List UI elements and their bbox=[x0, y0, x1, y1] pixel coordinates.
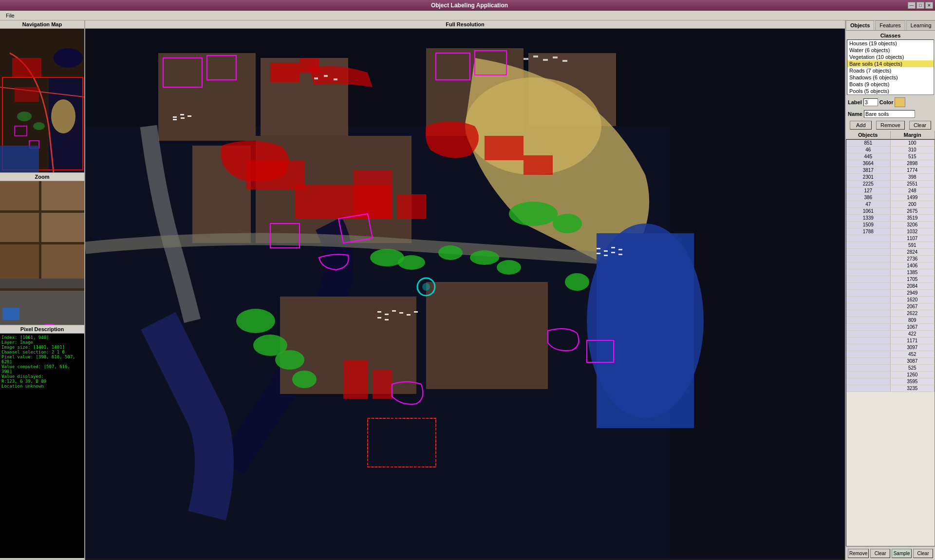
class-item-roads[interactable]: Roads (7 objects) bbox=[847, 67, 934, 74]
table-row[interactable]: 1705 bbox=[846, 276, 935, 283]
obj-cell bbox=[846, 365, 891, 371]
table-row[interactable]: 1620 bbox=[846, 297, 935, 303]
bottom-remove-button[interactable]: Remove bbox=[848, 549, 869, 558]
objects-margin-scroll[interactable]: 851 100 46 310 445 515 3664 2898 3817 17… bbox=[846, 139, 935, 546]
table-row[interactable]: 1171 bbox=[846, 337, 935, 344]
obj-cell bbox=[846, 283, 891, 289]
window-controls[interactable]: — □ ✕ bbox=[908, 2, 933, 9]
table-row[interactable]: 1339 3519 bbox=[846, 215, 935, 222]
label-input[interactable] bbox=[863, 98, 878, 106]
close-button[interactable]: ✕ bbox=[925, 2, 933, 9]
table-row[interactable]: 386 1499 bbox=[846, 194, 935, 201]
table-row[interactable]: 1107 bbox=[846, 235, 935, 242]
sample-button[interactable]: Sample bbox=[892, 549, 912, 558]
bottom-clear2-button[interactable]: Clear bbox=[913, 549, 933, 558]
table-row[interactable]: 422 bbox=[846, 331, 935, 337]
table-row[interactable]: 525 bbox=[846, 365, 935, 372]
svg-rect-81 bbox=[611, 252, 615, 253]
table-row[interactable]: 1509 3206 bbox=[846, 222, 935, 228]
table-row[interactable]: 851 100 bbox=[846, 140, 935, 147]
name-input[interactable] bbox=[864, 110, 915, 118]
margin-cell: 591 bbox=[891, 242, 935, 248]
class-item-bare-soils[interactable]: Bare soils (14 objects) bbox=[847, 60, 934, 67]
table-row[interactable]: 3817 1774 bbox=[846, 167, 935, 174]
obj-cell bbox=[846, 358, 891, 364]
map-view[interactable] bbox=[85, 29, 845, 559]
svg-rect-20 bbox=[0, 279, 84, 288]
table-row[interactable]: 452 bbox=[846, 351, 935, 358]
svg-rect-9 bbox=[15, 87, 39, 102]
obj-cell bbox=[846, 310, 891, 317]
obj-cell: 3664 bbox=[846, 160, 891, 167]
svg-point-54 bbox=[438, 245, 463, 260]
tab-features[interactable]: Features bbox=[875, 20, 905, 30]
table-row[interactable]: 1260 bbox=[846, 372, 935, 378]
table-row[interactable]: 2067 bbox=[846, 303, 935, 310]
bottom-clear1-button[interactable]: Clear bbox=[870, 549, 890, 558]
pixel-desc-content: Index: [1061, 940] Layer: Image Image si… bbox=[0, 334, 84, 558]
table-row[interactable]: 809 bbox=[846, 317, 935, 324]
table-row[interactable]: 1385 bbox=[846, 269, 935, 276]
table-row[interactable]: 1061 2675 bbox=[846, 208, 935, 215]
table-row[interactable]: 2225 2551 bbox=[846, 181, 935, 187]
obj-cell bbox=[846, 324, 891, 330]
table-row[interactable]: 3664 2898 bbox=[846, 160, 935, 167]
svg-point-57 bbox=[236, 309, 275, 333]
obj-cell bbox=[846, 317, 891, 323]
classes-list: Houses (19 objects)Water (6 objects)Vege… bbox=[847, 39, 934, 95]
svg-rect-85 bbox=[392, 310, 396, 312]
nav-map-title: Navigation Map bbox=[0, 20, 84, 29]
tab-objects[interactable]: Objects bbox=[846, 20, 874, 30]
svg-point-10 bbox=[51, 99, 75, 133]
table-row[interactable]: 1067 bbox=[846, 324, 935, 331]
margin-cell: 398 bbox=[891, 174, 935, 180]
svg-point-2 bbox=[54, 48, 83, 68]
table-row[interactable]: 445 515 bbox=[846, 153, 935, 160]
table-row[interactable]: 3087 bbox=[846, 358, 935, 365]
table-row[interactable]: 2622 bbox=[846, 310, 935, 317]
table-row[interactable]: 46 310 bbox=[846, 147, 935, 153]
table-row[interactable]: 127 248 bbox=[846, 187, 935, 194]
add-button[interactable]: Add bbox=[850, 121, 872, 130]
margin-cell: 3595 bbox=[891, 378, 935, 385]
zoom-section: Zoom bbox=[0, 173, 84, 325]
table-row[interactable]: 1788 1032 bbox=[846, 228, 935, 235]
class-item-water[interactable]: Water (6 objects) bbox=[847, 47, 934, 54]
table-row[interactable]: 2736 bbox=[846, 256, 935, 262]
table-row[interactable]: 2084 bbox=[846, 283, 935, 290]
main-image-area[interactable]: Full Resolution bbox=[85, 20, 845, 560]
margin-cell: 1774 bbox=[891, 167, 935, 173]
remove-button[interactable]: Remove bbox=[876, 121, 905, 130]
maximize-button[interactable]: □ bbox=[916, 2, 924, 9]
file-menu[interactable]: File bbox=[2, 12, 19, 19]
svg-rect-92 bbox=[533, 56, 538, 57]
zoom-title: Zoom bbox=[0, 173, 84, 181]
class-item-vegetation[interactable]: Vegetation (10 objects) bbox=[847, 54, 934, 60]
class-item-houses[interactable]: Houses (19 objects) bbox=[847, 40, 934, 47]
svg-rect-98 bbox=[334, 78, 337, 80]
svg-rect-71 bbox=[180, 114, 184, 115]
class-item-shadows[interactable]: Shadows (6 objects) bbox=[847, 74, 934, 81]
zoom-container[interactable] bbox=[0, 181, 84, 325]
table-row[interactable]: 2301 398 bbox=[846, 174, 935, 181]
svg-rect-14 bbox=[0, 181, 39, 210]
minimize-button[interactable]: — bbox=[908, 2, 916, 9]
clear-button[interactable]: Clear bbox=[909, 121, 931, 130]
obj-cell bbox=[846, 331, 891, 337]
class-item-boats[interactable]: Boats (9 objects) bbox=[847, 81, 934, 88]
color-picker[interactable] bbox=[895, 97, 905, 107]
table-row[interactable]: 2949 bbox=[846, 290, 935, 297]
class-item-pools[interactable]: Pools (5 objects) bbox=[847, 88, 934, 94]
table-row[interactable]: 3097 bbox=[846, 344, 935, 351]
nav-map-container[interactable] bbox=[0, 29, 84, 172]
tab-learning[interactable]: Learning bbox=[906, 20, 935, 30]
table-row[interactable]: 3595 bbox=[846, 378, 935, 385]
table-row[interactable]: 47 200 bbox=[846, 201, 935, 208]
svg-point-50 bbox=[553, 214, 582, 233]
margin-cell: 1499 bbox=[891, 194, 935, 201]
table-row[interactable]: 591 bbox=[846, 242, 935, 249]
table-row[interactable]: 1406 bbox=[846, 262, 935, 269]
svg-rect-96 bbox=[314, 77, 318, 79]
table-row[interactable]: 2824 bbox=[846, 249, 935, 256]
table-row[interactable]: 3235 bbox=[846, 385, 935, 392]
